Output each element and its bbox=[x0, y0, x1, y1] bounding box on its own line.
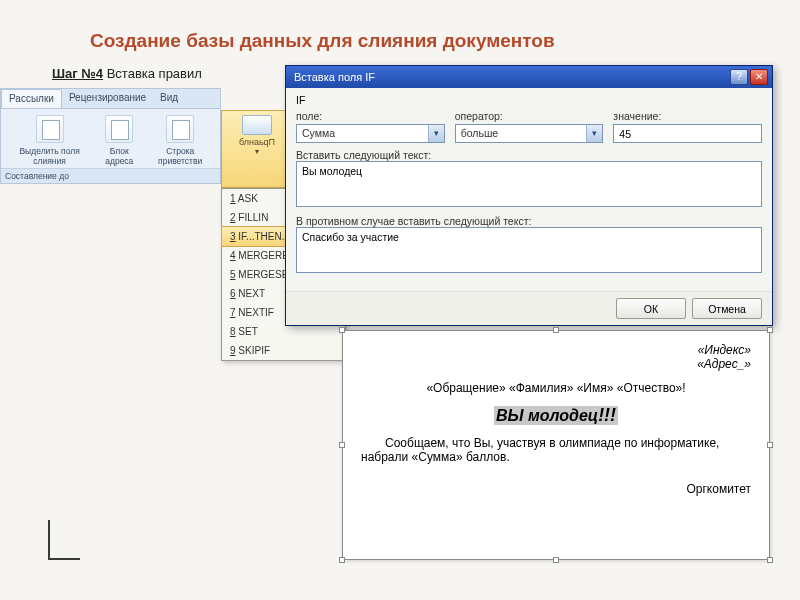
else-text-label: В противном случае вставить следующий те… bbox=[296, 215, 531, 227]
ok-button[interactable]: ОК bbox=[616, 298, 686, 319]
operator-value: больше bbox=[456, 125, 587, 142]
document-icon bbox=[166, 115, 194, 143]
value-input[interactable] bbox=[613, 124, 762, 143]
ribbon-greeting-line[interactable]: Строка приветстви bbox=[144, 115, 216, 166]
merge-field-address: «Адрес_» bbox=[361, 357, 751, 371]
document-preview: «Индекс» «Адрес_» «Обращение» «Фамилия» … bbox=[342, 330, 770, 560]
ribbon-highlight-merge-fields[interactable]: Выделить поля слияния bbox=[5, 115, 94, 166]
insert-text-label: Вставить следующий текст: bbox=[296, 149, 762, 161]
menu-item-skipif[interactable]: 9 SKIPIF bbox=[222, 341, 345, 360]
if-result-text: ВЫ молодец bbox=[496, 407, 598, 424]
chevron-down-icon[interactable]: ▾ bbox=[586, 125, 602, 142]
selection-handle[interactable] bbox=[339, 442, 345, 448]
field-value: Сумма bbox=[297, 125, 428, 142]
field-select[interactable]: Сумма ▾ bbox=[296, 124, 445, 143]
else-text-textarea[interactable]: Спасибо за участие bbox=[296, 227, 762, 273]
insert-if-field-dialog: Вставка поля IF ? ✕ IF поле: Сумма ▾ опе… bbox=[285, 65, 773, 326]
help-button[interactable]: ? bbox=[730, 69, 748, 85]
tab-view[interactable]: Вид bbox=[153, 89, 185, 108]
step-heading: Шаг №4 Вставка правил bbox=[52, 66, 202, 81]
if-label: IF bbox=[296, 94, 762, 106]
rules-button-label: блнаьqП bbox=[222, 137, 292, 147]
merge-field-index: «Индекс» bbox=[361, 343, 751, 357]
dialog-title: Вставка поля IF bbox=[294, 71, 375, 83]
document-icon bbox=[36, 115, 64, 143]
document-signature: Оргкомитет bbox=[361, 482, 751, 496]
rules-icon bbox=[242, 115, 272, 135]
ribbon-tabs: Рассылки Рецензирование Вид bbox=[1, 89, 220, 109]
operator-select[interactable]: больше ▾ bbox=[455, 124, 604, 143]
selection-handle[interactable] bbox=[767, 327, 773, 333]
chevron-down-icon[interactable]: ▾ bbox=[428, 125, 444, 142]
step-text: Вставка правил bbox=[107, 66, 202, 81]
value-label: значение: bbox=[613, 110, 762, 122]
document-body: Сообщаем, что Вы, участвуя в олимпиаде п… bbox=[361, 436, 751, 464]
ribbon-group-label: Составление до bbox=[1, 168, 220, 183]
document-icon bbox=[105, 115, 133, 143]
ribbon-item-label: Строка приветстви bbox=[148, 146, 212, 166]
cancel-button[interactable]: Отмена bbox=[692, 298, 762, 319]
tab-mailings[interactable]: Рассылки bbox=[1, 89, 62, 108]
rules-dropdown-button[interactable]: блнаьqП ▾ bbox=[221, 110, 293, 188]
insert-text-textarea[interactable]: Вы молодец bbox=[296, 161, 762, 207]
if-field-result: ВЫ молодец!!! bbox=[494, 406, 618, 425]
field-label: поле: bbox=[296, 110, 445, 122]
operator-label: оператор: bbox=[455, 110, 604, 122]
if-result-exclaim: !!! bbox=[598, 405, 616, 425]
selection-handle[interactable] bbox=[339, 557, 345, 563]
ribbon-address-block[interactable]: Блок адреса bbox=[94, 115, 144, 166]
ribbon-item-label: Блок адреса bbox=[98, 146, 140, 166]
selection-handle[interactable] bbox=[553, 327, 559, 333]
selection-handle[interactable] bbox=[767, 442, 773, 448]
step-number: Шаг №4 bbox=[52, 66, 103, 81]
tab-review[interactable]: Рецензирование bbox=[62, 89, 153, 108]
ribbon: Рассылки Рецензирование Вид Выделить пол… bbox=[0, 88, 221, 184]
dialog-titlebar[interactable]: Вставка поля IF ? ✕ bbox=[286, 66, 772, 88]
selection-handle[interactable] bbox=[339, 327, 345, 333]
selection-handle[interactable] bbox=[767, 557, 773, 563]
ribbon-item-label: Выделить поля слияния bbox=[9, 146, 90, 166]
slide-title: Создание базы данных для слияния докумен… bbox=[90, 30, 555, 52]
close-button[interactable]: ✕ bbox=[750, 69, 768, 85]
chevron-down-icon: ▾ bbox=[222, 147, 292, 156]
merge-greeting-line: «Обращение» «Фамилия» «Имя» «Отчество»! bbox=[361, 381, 751, 395]
selection-handle[interactable] bbox=[553, 557, 559, 563]
